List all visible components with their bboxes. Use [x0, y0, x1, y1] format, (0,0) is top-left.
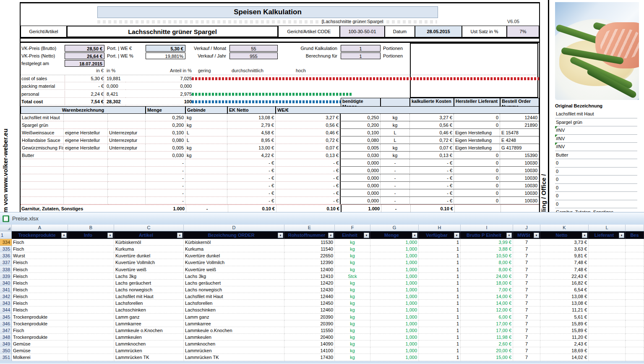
- verkauf-monat-value[interactable]: 55: [229, 45, 278, 52]
- cell-bes[interactable]: [626, 280, 644, 286]
- cell-kategorie[interactable]: Fleisch: [12, 266, 68, 273]
- ingredient-unit-cell[interactable]: kg: [381, 121, 410, 129]
- cell-verfuegbar[interactable]: 1: [419, 293, 461, 300]
- ingredient-name-cell[interactable]: Gewürzmischung Fisc: [21, 144, 64, 152]
- cell-kategorie[interactable]: Fleisch: [12, 300, 68, 306]
- vk-brutto-value[interactable]: 28,50 €: [65, 45, 104, 52]
- cell-verfuegbar[interactable]: 1: [419, 252, 461, 259]
- cell-einheit[interactable]: kg: [335, 280, 370, 286]
- ingredient-note1-cell[interactable]: [64, 189, 108, 197]
- filter-dropdown-icon[interactable]: ▼: [506, 233, 512, 238]
- ingredient-note1-cell[interactable]: [64, 152, 108, 159]
- garnitur-bestell-cell[interactable]: [501, 205, 539, 212]
- ingredient-note2-cell[interactable]: [108, 152, 146, 159]
- garnitur-bmenge-cell[interactable]: 1.000: [342, 205, 381, 212]
- cell-rohstoffnummer[interactable]: 12390: [284, 259, 335, 266]
- cell-menge[interactable]: 1,000: [370, 286, 419, 293]
- cell-mwst[interactable]: 7: [513, 334, 540, 340]
- cell-mwst[interactable]: 7: [513, 259, 540, 266]
- row-number[interactable]: 344: [0, 306, 12, 313]
- cell-netto[interactable]: 18,69 €: [540, 347, 589, 354]
- cell-bezeichnung[interactable]: Lachs norwegisch: [184, 286, 284, 293]
- ingredient-menge-cell[interactable]: -: [146, 189, 185, 197]
- ingredient-note1-cell[interactable]: [64, 167, 108, 174]
- ingredient-gebinde-cell[interactable]: [185, 197, 227, 204]
- ingredient-note1-cell[interactable]: eigene Herstellur: [64, 144, 108, 152]
- ingredient-bmenge-cell[interactable]: 0,000: [341, 167, 381, 174]
- ingredient-note1-cell[interactable]: [64, 114, 108, 121]
- ingredient-note2-cell[interactable]: Unterrezeptur: [108, 136, 146, 144]
- row-number[interactable]: 348: [0, 334, 12, 340]
- ingredient-we-cell[interactable]: 0,07 €: [276, 144, 341, 152]
- row-number[interactable]: 350: [0, 347, 12, 354]
- cell-netto[interactable]: 15,89 €: [540, 327, 589, 334]
- ingredient-unit-cell[interactable]: -: [381, 167, 410, 174]
- column-letter[interactable]: E: [284, 225, 335, 231]
- cell-netto[interactable]: 3,63 €: [540, 246, 589, 252]
- cell-kategorie[interactable]: Wurst: [12, 252, 68, 259]
- verkauf-jahr-value[interactable]: 955: [229, 52, 278, 59]
- cell-rohstoffnummer[interactable]: 11550: [284, 327, 335, 334]
- row-number[interactable]: 349: [0, 340, 12, 347]
- ingredient-ek-cell[interactable]: - €: [227, 189, 276, 197]
- ingredient-kosten-cell[interactable]: 0,07 €: [410, 144, 454, 152]
- cell-rohstoffnummer[interactable]: 12420: [284, 280, 335, 286]
- cell-lieferant[interactable]: [589, 327, 626, 334]
- cell-mwst[interactable]: 7: [513, 300, 540, 306]
- garnitur-ek-cell[interactable]: 0.10 €: [228, 205, 276, 212]
- filter-dropdown-icon[interactable]: ▼: [534, 233, 539, 238]
- cell-netto[interactable]: 9,81 €: [540, 252, 589, 259]
- cell-verfuegbar[interactable]: 1: [419, 259, 461, 266]
- cell-netto[interactable]: 7,48 €: [540, 259, 589, 266]
- cell-bezeichnung[interactable]: Lachs 3kg: [184, 273, 284, 280]
- cell-artikel[interactable]: Lamm ganz: [114, 314, 184, 320]
- ingredient-we-cell[interactable]: 0,72 €: [276, 136, 341, 144]
- original-bezeichnung-item[interactable]: 0: [555, 159, 637, 168]
- ingredient-name-cell[interactable]: [21, 189, 64, 197]
- row-number[interactable]: 347: [0, 327, 12, 334]
- cell-verfuegbar[interactable]: 1: [419, 239, 461, 246]
- ingredient-bestell-cell[interactable]: E 15478: [500, 129, 539, 136]
- ingredient-gebinde-cell[interactable]: L: [185, 129, 227, 136]
- cell-artikel[interactable]: Lammrücken: [114, 347, 184, 354]
- cost-row-eur[interactable]: 2,24 €: [65, 91, 104, 98]
- ingredient-bestell-cell[interactable]: 10030: [500, 159, 539, 167]
- cell-info[interactable]: [68, 266, 114, 273]
- cell-kategorie[interactable]: Trockenprodukte: [12, 334, 68, 340]
- cell-bes[interactable]: [626, 300, 644, 306]
- cell-menge[interactable]: 1,000: [370, 280, 419, 286]
- ingredient-bestell-cell[interactable]: 15390: [500, 152, 539, 159]
- cell-artikel[interactable]: Lachsfilet mit Haut: [114, 293, 184, 300]
- cell-bes[interactable]: [626, 246, 644, 252]
- row-number[interactable]: 343: [0, 300, 12, 306]
- cell-rohstoffnummer[interactable]: 12400: [284, 266, 335, 273]
- cell-brutto[interactable]: 8,00 €: [461, 266, 513, 273]
- cell-bes[interactable]: [626, 334, 644, 340]
- cell-bezeichnung[interactable]: Lammrücken TK: [184, 354, 284, 361]
- ingredient-ek-cell[interactable]: 13,08 €: [227, 114, 276, 121]
- cell-kategorie[interactable]: Trockenprodukte: [12, 314, 68, 320]
- cell-menge[interactable]: 1,000: [370, 347, 419, 354]
- ingredient-we-cell[interactable]: 0,46 €: [276, 129, 341, 136]
- ingredient-hersteller-cell[interactable]: 0: [454, 152, 500, 159]
- cell-bezeichnung[interactable]: Lachsfilet mit Haut: [184, 293, 284, 300]
- cell-brutto[interactable]: 14,00 €: [461, 300, 513, 306]
- cell-lieferant[interactable]: [589, 273, 626, 280]
- cell-verfuegbar[interactable]: 1: [419, 246, 461, 252]
- ingredient-gebinde-cell[interactable]: kg: [185, 121, 227, 129]
- cell-artikel[interactable]: Lammkeulen: [114, 334, 184, 340]
- cell-info[interactable]: [68, 327, 114, 334]
- cell-brutto[interactable]: 2,60 €: [461, 340, 513, 347]
- cell-menge[interactable]: 1,000: [370, 239, 419, 246]
- filter-dropdown-icon[interactable]: ▼: [177, 233, 183, 238]
- cell-mwst[interactable]: 7: [513, 327, 540, 334]
- cell-netto[interactable]: 2,43 €: [540, 340, 589, 347]
- cell-brutto[interactable]: 8,00 €: [461, 259, 513, 266]
- ingredient-note2-cell[interactable]: [108, 114, 146, 121]
- cell-menge[interactable]: 1,000: [370, 293, 419, 300]
- cell-verfuegbar[interactable]: 1: [419, 306, 461, 313]
- cell-menge[interactable]: 1,000: [370, 327, 419, 334]
- original-bezeichnung-item[interactable]: Spargel grün: [555, 118, 637, 127]
- cell-menge[interactable]: 1,000: [370, 246, 419, 252]
- festgelegt-value[interactable]: 18.07.2015: [65, 60, 104, 67]
